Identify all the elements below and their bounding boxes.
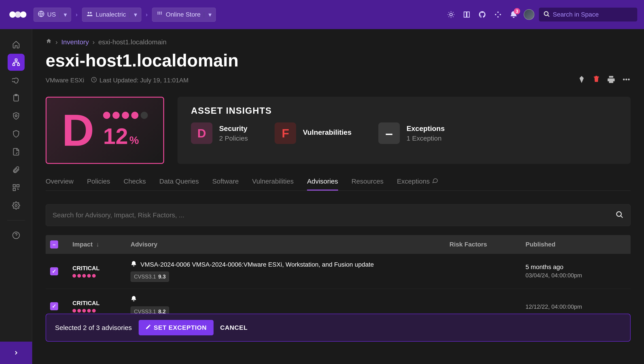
bell-icon [130,295,137,303]
col-published[interactable]: Published [526,241,626,248]
tabs: OverviewPoliciesChecksData QueriesSoftwa… [46,173,630,191]
svg-point-32 [617,212,622,217]
select-all-checkbox[interactable]: – [50,240,58,249]
topbar: US | ▾ › Lunalectric | ▾ › Online Store … [0,0,644,29]
nav-shield[interactable] [8,125,24,142]
nav-settings[interactable] [8,197,24,214]
nav-attach[interactable] [8,161,24,178]
col-risk[interactable]: Risk Factors [450,241,526,248]
tab-resources[interactable]: Resources [352,173,384,191]
tab-policies[interactable]: Policies [87,173,110,191]
insights-card: ASSET INSIGHTS D Security 2 Policies F V… [178,97,630,164]
svg-point-4 [88,12,90,14]
nav-security[interactable] [8,107,24,124]
main: › Inventory › esxi-host1.localdomain esx… [32,29,644,364]
score-value: 12 [103,123,128,149]
diamond-icon[interactable] [577,75,586,86]
tab-software[interactable]: Software [212,173,238,191]
nav-clipboard[interactable] [8,90,24,107]
github-icon[interactable] [477,9,488,20]
insight-item[interactable]: D Security 2 Policies [191,122,248,144]
published-absolute: 03/04/24, 04:00:00pm [526,272,626,279]
sidenav-expand[interactable] [0,342,32,364]
advisory-table: – Impact ↓ Advisory Risk Factors Publish… [46,235,630,324]
score-letter: D [62,105,94,156]
svg-point-7 [159,12,160,13]
bell-icon [130,261,137,268]
tab-overview[interactable]: Overview [46,173,74,191]
published-absolute: 12/12/22, 04:00:00pm [526,303,626,310]
svg-point-10 [159,13,160,14]
svg-point-30 [626,79,627,80]
svg-rect-13 [495,14,496,15]
notification-badge: 3 [514,8,520,14]
breadcrumb-current: esxi-host1.localdomain [98,38,166,46]
notifications-icon[interactable]: 3 [508,9,519,20]
breadcrumb-inventory[interactable]: Inventory [61,38,89,46]
nav-report[interactable] [8,143,24,160]
nav-cicd[interactable] [8,72,24,89]
space-dropdown[interactable]: Online Store | ▾ [152,8,216,22]
delete-icon[interactable] [592,75,600,86]
table-row[interactable]: ✓ CRITICAL VMSA-2024-0006 VMSA-2024-0006… [46,254,630,289]
svg-rect-18 [15,59,17,61]
org-dropdown[interactable]: Lunalectric | ▾ [82,8,141,22]
updated-label: Last Updated: July 19, 11:01AM [100,77,188,84]
sidenav [0,29,32,364]
svg-rect-20 [18,64,20,66]
svg-point-1 [15,12,21,18]
tab-exceptions[interactable]: Exceptions [397,173,438,191]
row-checkbox[interactable]: ✓ [50,267,58,275]
sort-desc-icon: ↓ [96,241,99,248]
set-exception-button[interactable]: SET EXCEPTION [139,320,214,335]
advisory-search-input[interactable] [52,211,616,219]
score-dots [103,112,148,119]
col-impact[interactable]: Impact ↓ [72,241,130,248]
search-input[interactable] [553,11,633,18]
global-search[interactable] [539,8,637,22]
crumb-sep: › [146,11,148,18]
tab-checks[interactable]: Checks [124,173,146,191]
docs-icon[interactable] [461,9,472,20]
org-label: Lunalectric [96,11,126,18]
svg-rect-15 [500,14,501,15]
svg-rect-25 [13,188,16,191]
breadcrumb: › Inventory › esxi-host1.localdomain [46,38,630,46]
col-advisory[interactable]: Advisory [130,241,450,248]
print-icon[interactable] [607,75,616,86]
row-checkbox[interactable]: ✓ [50,302,58,310]
insight-badge: D [191,122,212,144]
tab-vulnerabilities[interactable]: Vulnerabilities [252,173,294,191]
tab-advisories[interactable]: Advisories [307,173,338,191]
insight-badge: – [378,122,400,144]
comment-icon [432,177,438,185]
svg-point-29 [623,79,625,80]
avatar[interactable] [524,9,534,20]
nav-home[interactable] [8,36,24,53]
theme-toggle[interactable] [446,9,456,20]
insight-badge: F [274,122,296,144]
cancel-button[interactable]: CANCEL [220,324,248,331]
published-relative: 5 months ago [526,263,626,271]
nav-inventory[interactable] [8,54,24,71]
svg-rect-24 [17,185,19,187]
insight-item[interactable]: – Exceptions 1 Exception [378,122,445,144]
advisory-search[interactable] [46,204,630,226]
advisory-title: VMSA-2024-0006 VMSA-2024-0006:VMware ESX… [140,261,374,268]
more-icon[interactable] [622,75,630,86]
insight-item[interactable]: F Vulnerabilities [274,122,352,144]
globe-icon [38,11,44,19]
impact-label: CRITICAL [72,265,130,272]
insight-title: Vulnerabilities [303,128,352,136]
home-icon[interactable] [46,38,52,46]
slack-icon[interactable] [492,9,504,20]
svg-point-17 [544,12,548,16]
region-dropdown[interactable]: US | ▾ [34,8,71,22]
table-header: – Impact ↓ Advisory Risk Factors Publish… [46,235,630,254]
nav-help[interactable] [8,227,24,244]
svg-rect-14 [497,12,499,13]
tab-data-queries[interactable]: Data Queries [159,173,199,191]
nav-integrations[interactable] [8,179,24,196]
svg-point-31 [628,79,630,80]
search-icon [616,211,624,220]
